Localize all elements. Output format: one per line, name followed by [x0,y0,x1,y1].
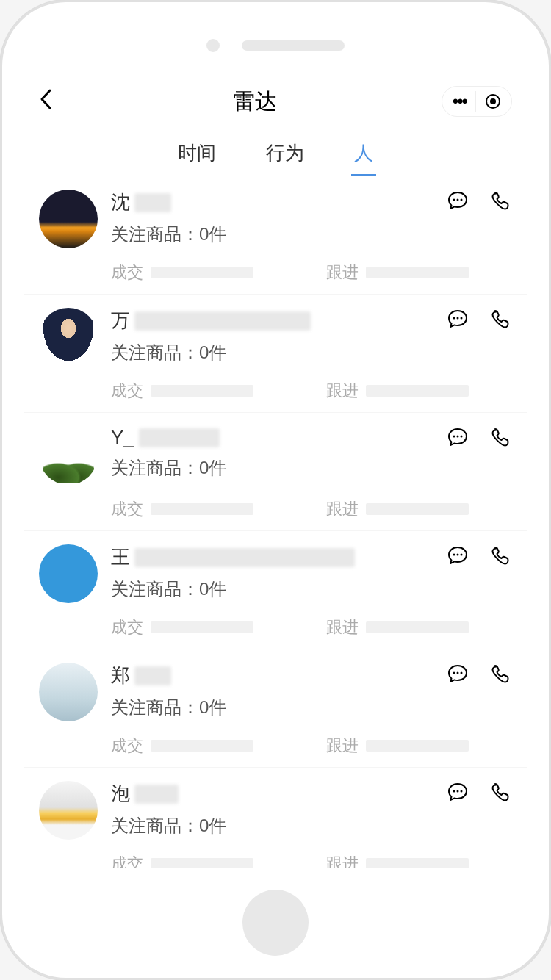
phone-notch [206,39,345,52]
followup-metric: 跟进 [326,262,512,284]
speaker [242,40,345,51]
followed-goods: 关注商品：0件 [111,456,433,480]
svg-point-9 [457,436,459,438]
chat-button[interactable] [446,308,469,331]
contact-actions [446,781,512,804]
deal-metric: 成交 [111,262,297,284]
svg-point-1 [490,98,496,104]
contact-info: 沈关注商品：0件 [111,190,433,246]
chat-button[interactable] [446,544,469,568]
contact-name: Y_ [111,426,134,449]
contact-item[interactable]: 王关注商品：0件成交跟进 [24,531,527,649]
svg-point-12 [457,554,459,556]
deal-label: 成交 [111,498,143,520]
page-header: 雷达 ••• [24,76,527,127]
svg-point-2 [453,199,455,201]
contact-name: 王 [111,544,130,570]
contact-actions [446,308,512,331]
redacted-name [139,428,220,447]
contact-list[interactable]: 沈关注商品：0件成交跟进万关注商品：0件成交跟进Y_关注商品：0件成交跟进王关注… [24,176,527,868]
close-miniprogram-button[interactable] [476,93,501,109]
tab-time[interactable]: 时间 [175,136,219,170]
avatar[interactable] [39,308,98,367]
contact-item[interactable]: 沈关注商品：0件成交跟进 [24,176,527,295]
deal-bar [151,385,253,397]
svg-point-8 [453,436,455,438]
volume-up-button [0,193,1,245]
contact-actions [446,190,512,213]
call-button[interactable] [489,663,512,686]
svg-point-6 [457,317,459,320]
tab-bar: 时间 行为 人 [24,127,527,176]
chat-button[interactable] [446,663,469,686]
deal-label: 成交 [111,735,143,757]
contact-item[interactable]: Y_关注商品：0件成交跟进 [24,413,527,531]
contact-name: 万 [111,308,130,334]
call-button[interactable] [489,426,512,450]
deal-metric: 成交 [111,380,297,402]
svg-point-17 [453,790,455,793]
svg-point-5 [453,317,455,320]
tab-people[interactable]: 人 [351,136,376,170]
followup-metric: 跟进 [326,853,512,868]
contact-item[interactable]: 泡关注商品：0件成交跟进 [24,768,527,868]
svg-point-19 [461,790,463,793]
contact-actions [446,544,512,568]
chat-button[interactable] [446,190,469,213]
svg-point-7 [461,317,463,320]
tab-behavior[interactable]: 行为 [263,136,307,170]
followup-metric: 跟进 [326,498,512,520]
home-button[interactable] [242,890,309,956]
avatar[interactable] [39,426,98,485]
followed-goods: 关注商品：0件 [111,814,433,837]
followup-metric: 跟进 [326,735,512,757]
avatar[interactable] [39,781,98,840]
contact-info: 万关注商品：0件 [111,308,433,364]
redacted-name [134,311,311,331]
contact-name: 郑 [111,663,130,688]
contact-info: 泡关注商品：0件 [111,781,433,837]
svg-point-4 [461,199,463,201]
deal-label: 成交 [111,380,143,402]
call-button[interactable] [489,781,512,804]
app-screen: 雷达 ••• 时间 行为 人 沈关注商品：0件成交跟进万关注商品：0件成交跟进Y… [24,76,527,868]
chat-button[interactable] [446,781,469,804]
avatar[interactable] [39,190,98,248]
followup-bar [366,385,469,397]
more-button[interactable]: ••• [453,91,476,112]
redacted-name [134,548,355,567]
contact-actions [446,663,512,686]
deal-label: 成交 [111,853,143,868]
chevron-left-icon [39,88,52,110]
followup-metric: 跟进 [326,380,512,402]
contact-item[interactable]: 万关注商品：0件成交跟进 [24,295,527,413]
call-button[interactable] [489,308,512,331]
svg-point-16 [461,672,463,674]
followed-goods: 关注商品：0件 [111,341,433,364]
chat-button[interactable] [446,426,469,450]
followup-bar [366,740,469,752]
followup-label: 跟进 [326,735,359,757]
avatar[interactable] [39,663,98,721]
deal-bar [151,740,253,752]
call-button[interactable] [489,544,512,568]
followup-bar [366,858,469,868]
followed-goods: 关注商品：0件 [111,223,433,246]
svg-point-13 [461,554,463,556]
redacted-name [134,785,179,804]
deal-bar [151,621,253,633]
deal-bar [151,267,253,278]
avatar[interactable] [39,544,98,603]
deal-label: 成交 [111,262,143,284]
volume-down-button [0,281,1,333]
capsule-menu: ••• [442,86,512,117]
page-title: 雷达 [233,87,277,117]
back-button[interactable] [39,86,68,117]
call-button[interactable] [489,190,512,213]
contact-name: 泡 [111,781,130,807]
followed-goods: 关注商品：0件 [111,696,433,719]
svg-point-18 [457,790,459,793]
svg-point-10 [461,436,463,438]
contact-item[interactable]: 郑关注商品：0件成交跟进 [24,649,527,768]
followup-label: 跟进 [326,853,359,868]
